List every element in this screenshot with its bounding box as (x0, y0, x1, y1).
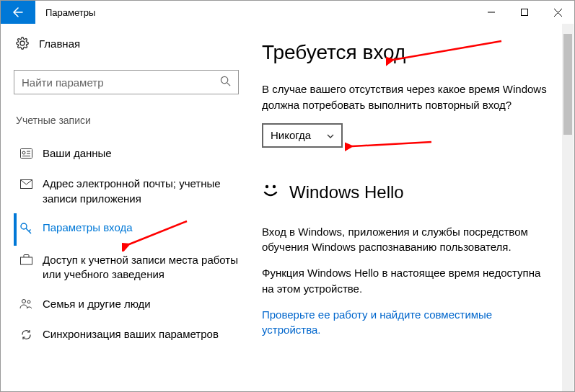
mail-icon (18, 178, 34, 192)
nav-item-signin-options[interactable]: Параметры входа (14, 213, 253, 246)
signin-question: В случае вашего отсутствия через какое в… (262, 81, 550, 113)
nav-label: Семья и другие люди (43, 297, 151, 311)
search-icon (220, 76, 231, 89)
svg-point-18 (265, 184, 268, 187)
nav-label: Ваши данные (43, 146, 112, 161)
nav-item-family[interactable]: Семья и другие люди (14, 290, 253, 320)
nav-item-your-info[interactable]: Ваши данные (14, 139, 253, 169)
back-button[interactable] (1, 1, 35, 24)
signin-timeout-dropdown[interactable]: Никогда (262, 123, 343, 148)
window-controls (475, 1, 574, 24)
nav-item-email[interactable]: Адрес электронной почты; учетные записи … (14, 169, 253, 213)
hello-description: Вход в Windows, приложения и службы поср… (262, 224, 550, 256)
smile-icon (262, 182, 279, 202)
chevron-down-icon (327, 130, 334, 141)
svg-point-4 (221, 76, 227, 83)
svg-point-7 (22, 151, 25, 154)
minimize-icon (488, 9, 495, 16)
svg-rect-15 (20, 257, 32, 264)
search-input[interactable]: Найти параметр (14, 70, 239, 94)
svg-point-17 (27, 300, 30, 303)
content-pane: Требуется вход В случае вашего отсутстви… (253, 24, 574, 391)
nav-label: Доступ к учетной записи места работы или… (43, 253, 247, 282)
nav-item-sync[interactable]: Синхронизация ваших параметров (14, 320, 253, 352)
group-title: Учетные записи (14, 115, 253, 126)
svg-point-19 (273, 184, 276, 187)
vertical-scrollbar[interactable] (562, 24, 574, 391)
badge-icon (18, 148, 34, 162)
close-button[interactable] (541, 1, 574, 24)
scrollbar-thumb[interactable] (563, 34, 572, 135)
nav-label: Синхронизация ваших параметров (43, 327, 219, 342)
sidebar: Главная Найти параметр Учетные записи Ва… (1, 24, 253, 391)
maximize-icon (521, 9, 528, 16)
signin-title: Требуется вход (262, 41, 557, 64)
svg-rect-1 (522, 9, 528, 16)
svg-line-14 (29, 229, 31, 231)
hello-heading: Windows Hello (262, 182, 557, 202)
arrow-left-icon (12, 6, 24, 18)
hello-title: Windows Hello (289, 182, 404, 202)
dropdown-value: Никогда (271, 129, 327, 141)
nav-label: Адрес электронной почты; учетные записи … (43, 177, 247, 206)
briefcase-icon (18, 254, 34, 269)
home-button[interactable]: Главная (14, 37, 253, 50)
svg-point-16 (22, 299, 26, 303)
nav-list: Ваши данные Адрес электронной почты; уче… (14, 139, 253, 352)
hello-compat-link[interactable]: Проверьте ее работу и найдите совместимы… (262, 307, 550, 339)
window-title: Параметры (45, 7, 95, 18)
svg-line-5 (227, 83, 230, 86)
key-icon (18, 222, 34, 239)
search-placeholder: Найти параметр (22, 76, 220, 89)
home-label: Главная (39, 37, 80, 50)
hello-unavailable: Функция Windows Hello в настоящее время … (262, 265, 550, 297)
svg-line-13 (26, 228, 31, 233)
people-icon (18, 298, 34, 313)
maximize-button[interactable] (508, 1, 541, 24)
close-icon (554, 9, 562, 17)
svg-point-12 (21, 223, 27, 229)
nav-item-work-access[interactable]: Доступ к учетной записи места работы или… (14, 246, 253, 290)
minimize-button[interactable] (475, 1, 508, 24)
nav-label: Параметры входа (43, 220, 133, 235)
titlebar: Параметры (1, 1, 574, 24)
sync-icon (18, 329, 34, 344)
gear-icon (16, 37, 29, 50)
